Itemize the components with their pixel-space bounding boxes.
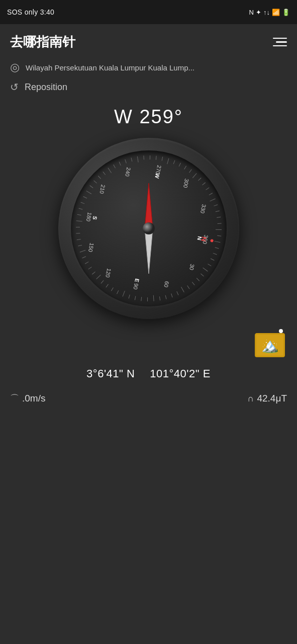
header: 去哪指南针 (0, 24, 297, 57)
menu-line-3 (273, 45, 287, 47)
photo-button[interactable]: 🏔️ (255, 329, 287, 357)
app-title: 去哪指南针 (10, 33, 75, 51)
battery-icon: 🔋 (282, 9, 290, 16)
reposition-row[interactable]: ↺ Reposition (0, 78, 297, 96)
compass-wrapper: 360 30 60 90 120 150 180 210 240 270 300… (0, 133, 297, 329)
location-icon: ◎ (10, 61, 20, 74)
coordinates-row: 3°6'41" N 101°40'2" E (0, 362, 297, 385)
compass-needle (129, 178, 169, 279)
compass-inner: 360 30 60 90 120 150 180 210 240 270 300… (71, 150, 227, 306)
status-left-text: SOS only 3:40 (7, 8, 54, 16)
compass-outer: 360 30 60 90 120 150 180 210 240 270 300… (58, 138, 239, 319)
menu-line-1 (273, 38, 287, 39)
reposition-icon: ↺ (10, 81, 19, 93)
needle-container (71, 150, 227, 306)
nfc-icon: N (249, 9, 254, 16)
svg-marker-91 (145, 228, 153, 274)
sensors-row: ⌒ .0m/s ∩ 42.4μT (0, 385, 297, 412)
photo-row: 🏔️ (0, 329, 297, 362)
speed-icon: ⌒ (10, 392, 19, 405)
svg-point-92 (143, 222, 155, 234)
status-bar: SOS only 3:40 N ✦ ↑↓ 📶 🔋 (0, 0, 297, 24)
status-icons: N ✦ ↑↓ 📶 🔋 (249, 9, 290, 16)
magnetic-icon: ∩ (248, 393, 254, 404)
menu-button[interactable] (273, 38, 287, 47)
speed-sensor: ⌒ .0m/s (10, 392, 45, 405)
photo-frame-icon: 🏔️ (255, 333, 285, 357)
speed-value: .0m/s (22, 393, 45, 404)
signal-icon: ↑↓ (263, 9, 270, 16)
latitude-value: 3°6'41" N (86, 367, 135, 380)
magnetic-sensor: ∩ 42.4μT (248, 393, 287, 404)
location-text: Wilayah Persekutuan Kuala Lumpur Kuala L… (26, 63, 287, 72)
menu-line-2 (276, 41, 287, 43)
bluetooth-icon: ✦ (256, 9, 261, 16)
wifi-icon: 📶 (272, 9, 280, 16)
reposition-label: Reposition (25, 82, 67, 93)
photo-dot (279, 329, 283, 333)
longitude-value: 101°40'2" E (150, 367, 211, 380)
location-row: ◎ Wilayah Persekutuan Kuala Lumpur Kuala… (0, 57, 297, 78)
svg-marker-90 (145, 183, 153, 228)
direction-display: W 259° (0, 96, 297, 133)
magnetic-value: 42.4μT (257, 393, 287, 404)
